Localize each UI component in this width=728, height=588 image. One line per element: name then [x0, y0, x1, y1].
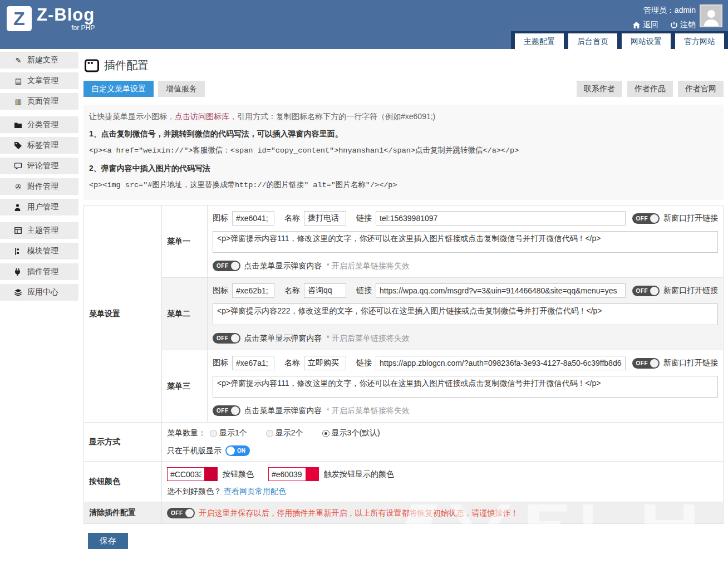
name-field-label: 名称: [284, 213, 300, 223]
icon-library-link[interactable]: 点击访问图标库，: [175, 112, 237, 121]
button-color-row: 按钮颜色 按钮颜色 触发按钮显示的颜色: [84, 462, 724, 502]
menu3-name-input[interactable]: [304, 356, 346, 370]
zblog-logo: Z Z-Blog for PHP: [7, 6, 95, 31]
menu3-icon-input[interactable]: [232, 356, 274, 370]
sidebar-item-tag-manage[interactable]: 标签管理: [0, 137, 78, 154]
sidebar-item-app-center[interactable]: 应用中心: [0, 284, 78, 301]
zblog-logo-icon: Z: [7, 6, 32, 31]
author-works-button[interactable]: 作者作品: [627, 81, 673, 97]
help-tip2-code: <p><img src="#图片地址，这里替换成带http://的图片链接" a…: [89, 180, 718, 191]
popup-toggle-note: * 开启后菜单链接将失效: [327, 261, 410, 271]
header-tab-theme-config[interactable]: 主题配置: [515, 33, 564, 49]
display-mode-label: 显示方式: [84, 423, 162, 462]
user-icon: [14, 204, 22, 211]
trigger-color-label: 触发按钮显示的颜色: [324, 469, 394, 479]
button-color-label: 按钮颜色: [223, 469, 254, 479]
mobile-only-toggle[interactable]: ON: [225, 445, 250, 456]
menu2-icon-input[interactable]: [232, 283, 274, 298]
menu-row-1: 菜单设置 菜单一 图标 名称 链接 OFF 新窗口打开链接 <p>弹窗提示内容1…: [84, 205, 724, 278]
header-tab-official-site[interactable]: 官方网站: [675, 33, 724, 49]
menu2-popup-textarea[interactable]: <p>弹窗提示内容222，修改这里的文字，你还可以在这里插入图片链接或点击复制微…: [213, 303, 718, 325]
clear-config-row: 清除插件配置 OFF 开启这里并保存以后，停用插件并重新开启，以上所有设置都将恢…: [84, 502, 724, 524]
radio-show-2[interactable]: 显示2个: [266, 428, 303, 438]
tag-icon: [14, 142, 22, 149]
menu-row-2: 菜单二 图标 名称 链接 OFF 新窗口打开链接 <p>弹窗提示内容222，修改…: [84, 278, 724, 350]
attachment-icon: ✇: [14, 183, 22, 190]
clear-config-toggle[interactable]: OFF: [167, 508, 195, 518]
trigger-color-swatch[interactable]: [306, 468, 318, 481]
sidebar-item-category-manage[interactable]: 分类管理: [0, 116, 78, 133]
button-color-swatch[interactable]: [204, 468, 217, 481]
sidebar: ✎ 新建文章 ▤ 文章管理 ▥ 页面管理 分类管理 标签管理 评论: [0, 49, 81, 549]
menu1-popup-textarea[interactable]: <p>弹窗提示内容111，修改这里的文字，你还可以在这里插入图片链接或点击复制微…: [213, 231, 718, 253]
trigger-color-input[interactable]: [269, 468, 306, 481]
sidebar-item-user-manage[interactable]: 用户管理: [0, 199, 78, 215]
menu1-new-window-toggle[interactable]: OFF: [632, 213, 660, 224]
menu1-popup-toggle[interactable]: OFF: [213, 261, 240, 271]
radio-show-1[interactable]: 显示1个: [210, 428, 247, 438]
clear-config-warning: 开启这里并保存以后，停用插件并重新开启，以上所有设置都将恢复初始状态，请谨慎操作…: [199, 508, 519, 518]
header-tab-dashboard[interactable]: 后台首页: [568, 33, 617, 49]
common-colors-link[interactable]: 查看网页常用配色: [224, 487, 286, 497]
display-mode-row: 显示方式 菜单数量： 显示1个 显示2个 显示3个(默认) 只在手机版显示 ON: [84, 423, 724, 462]
app-header: Z Z-Blog for PHP 管理员：admin 返回 注销 主题: [0, 0, 728, 49]
page-title: 插件配置: [104, 58, 149, 73]
contact-author-button[interactable]: 联系作者: [577, 81, 622, 97]
button-color-input[interactable]: [168, 468, 204, 481]
clear-config-label: 清除插件配置: [84, 502, 162, 524]
tab-value-added-services[interactable]: 增值服务: [158, 81, 205, 97]
app-center-icon: [14, 289, 22, 296]
menu2-new-window-toggle[interactable]: OFF: [632, 286, 660, 296]
avatar[interactable]: [700, 4, 722, 27]
menu1-link-input[interactable]: [376, 211, 626, 226]
menu3-link-input[interactable]: [376, 356, 626, 370]
menu-settings-group-label: 菜单设置: [84, 205, 162, 423]
menu1-name-input[interactable]: [304, 211, 346, 226]
header-tab-site-settings[interactable]: 网站设置: [622, 33, 671, 49]
sidebar-item-plugin-manage[interactable]: 插件管理: [0, 263, 78, 280]
button-color-row-label: 按钮颜色: [84, 462, 162, 502]
popup-toggle-label: 点击菜单显示弹窗内容: [244, 261, 322, 271]
help-panel: 让快捷菜单显示小图标，点击访问图标库，引用方式：复制图标名称下方的一行字符（例如…: [83, 105, 724, 200]
author-site-button[interactable]: 作者官网: [678, 81, 724, 97]
help-intro-line: 让快捷菜单显示小图标，点击访问图标库，引用方式：复制图标名称下方的一行字符（例如…: [89, 111, 718, 122]
menu3-popup-toggle[interactable]: OFF: [213, 405, 240, 416]
menu1-icon-input[interactable]: [232, 211, 274, 226]
new-window-label: 新窗口打开链接: [663, 213, 718, 223]
help-tip1-code: <p><a href="weixin://">客服微信：<span id="co…: [89, 145, 718, 156]
menu3-popup-textarea[interactable]: <p>弹窗提示内容111，修改这里的文字，你还可以在这里插入图片链接或点击复制微…: [213, 376, 718, 398]
icon-field-label: 图标: [213, 213, 228, 223]
menu2-popup-toggle[interactable]: OFF: [213, 333, 240, 344]
plugin-config-icon: [85, 59, 99, 72]
sidebar-item-page-manage[interactable]: ▥ 页面管理: [0, 93, 78, 110]
menu-row-3: 菜单三 图标 名称 链接 OFF 新窗口打开链接 <p>弹窗提示内容111，修改…: [84, 350, 724, 423]
back-link[interactable]: 返回: [633, 20, 658, 30]
sidebar-item-theme-manage[interactable]: 主题管理: [0, 222, 78, 239]
sidebar-item-comment-manage[interactable]: 评论管理: [0, 158, 78, 174]
menu2-name-input[interactable]: [304, 283, 346, 298]
sidebar-item-new-post[interactable]: ✎ 新建文章: [0, 52, 78, 68]
logout-link[interactable]: 注销: [671, 20, 696, 30]
page-icon: ▥: [14, 98, 22, 105]
menu2-link-input[interactable]: [376, 283, 626, 298]
link-field-label: 链接: [356, 213, 372, 223]
sidebar-item-attachment-manage[interactable]: ✇ 附件管理: [0, 178, 78, 195]
menu-count-label: 菜单数量：: [167, 428, 206, 438]
power-icon: [671, 22, 677, 28]
menu3-label: 菜单三: [162, 350, 208, 423]
sidebar-item-post-manage[interactable]: ▤ 文章管理: [0, 72, 78, 89]
tab-custom-menu-settings[interactable]: 自定义菜单设置: [83, 81, 154, 97]
admin-user-label: 管理员：admin: [633, 6, 696, 16]
sidebar-item-module-manage[interactable]: 模块管理: [0, 243, 78, 259]
menu1-label: 菜单一: [162, 205, 208, 278]
menu3-new-window-toggle[interactable]: OFF: [632, 358, 660, 369]
comment-icon: [14, 163, 22, 169]
header-tab-strip: 主题配置 后台首页 网站设置 官方网站: [511, 31, 728, 49]
help-tip1-title: 1、点击复制微信号，并跳转到微信的代码写法，可以插入弹窗内容里面。: [89, 128, 718, 139]
theme-icon: [14, 227, 22, 234]
save-button[interactable]: 保存: [88, 533, 128, 549]
document-icon: ▤: [14, 77, 22, 85]
folder-icon: [14, 122, 22, 128]
menu2-label: 菜单二: [162, 278, 208, 350]
radio-show-3-default[interactable]: 显示3个(默认): [322, 428, 380, 438]
